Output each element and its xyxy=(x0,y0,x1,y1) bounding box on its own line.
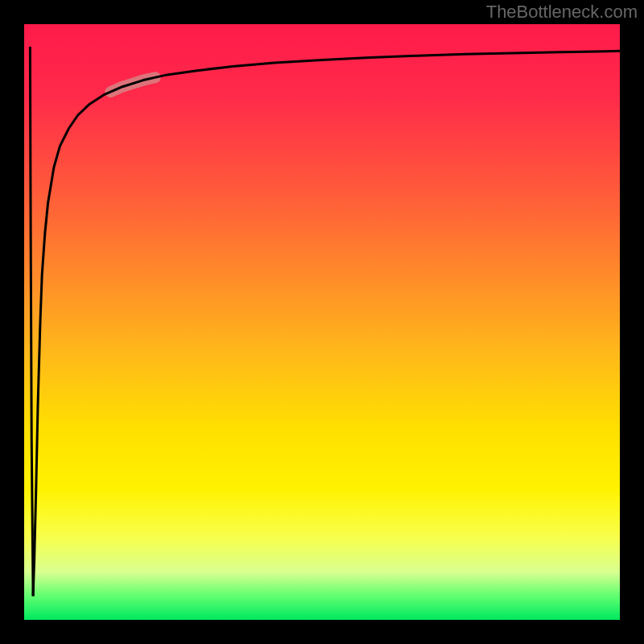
initial-drop-line xyxy=(30,47,33,596)
chart-root: TheBottleneck.com xyxy=(0,0,644,644)
bottleneck-curve-line xyxy=(33,51,620,596)
watermark-label: TheBottleneck.com xyxy=(486,2,638,23)
curve-svg xyxy=(24,24,620,620)
plot-area xyxy=(24,24,620,620)
